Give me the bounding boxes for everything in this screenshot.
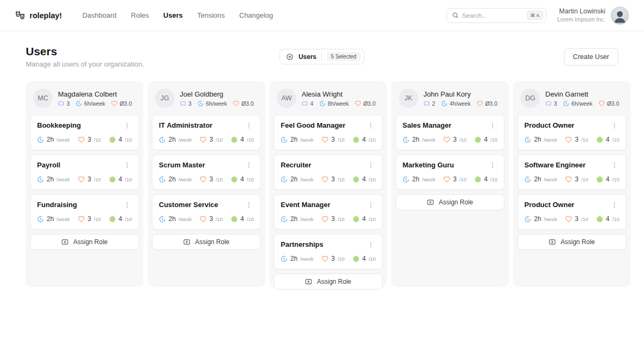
user-name: Devin Garnett (545, 90, 619, 98)
role-title: Payroll (37, 161, 60, 169)
create-user-button[interactable]: Create User (564, 48, 618, 65)
kebab-menu-icon[interactable]: ⋮ (610, 161, 619, 170)
role-card[interactable]: Scrum Master ⋮ 2h/week 3/10 (152, 155, 261, 190)
heart-icon (78, 176, 85, 183)
role-love-stat: 3/10 (321, 136, 345, 143)
page-header: Users Manage all users of your organizat… (0, 31, 644, 77)
target-icon (474, 176, 481, 183)
role-fit-stat: 4/10 (353, 175, 376, 183)
user-column: JG Joel Goldberg 3 (148, 81, 265, 287)
clock-icon (37, 136, 44, 143)
assign-role-button[interactable]: Assign Role (396, 194, 504, 210)
clock-icon (159, 176, 166, 183)
user-initials-avatar: DG (521, 89, 540, 108)
clock-icon (524, 136, 531, 143)
assign-role-button[interactable]: Assign Role (274, 274, 383, 290)
nav-item-users[interactable]: Users (163, 11, 182, 19)
role-card[interactable]: Product Owner ⋮ 2h/week 3/10 (517, 115, 626, 150)
user-average: Ø3.0 (355, 100, 376, 107)
role-fit-stat: 4/10 (353, 215, 376, 223)
role-time-stat: 2h/week (159, 215, 192, 223)
assign-role-button[interactable]: Assign Role (517, 234, 626, 250)
selection-pill[interactable]: Users 5 Selected (280, 49, 364, 64)
role-fit-stat: 4/10 (353, 255, 376, 262)
kebab-menu-icon[interactable]: ⋮ (366, 240, 376, 249)
nav-item-tensions[interactable]: Tensions (197, 11, 224, 19)
role-card[interactable]: IT Administrator ⋮ 2h/week 3/10 (152, 115, 261, 150)
account-menu[interactable]: Martin Lowinski Lorem Impsum Inc. (557, 6, 629, 25)
clock-icon (524, 216, 531, 223)
heart-icon (321, 136, 328, 143)
role-time-stat: 2h/week (37, 215, 70, 223)
role-time-stat: 2h/week (402, 175, 435, 183)
kebab-menu-icon[interactable]: ⋮ (122, 161, 132, 170)
user-column-header: JK John Paul Kory 2 (396, 85, 504, 115)
heart-icon (200, 136, 207, 143)
role-time-stat: 2h/week (524, 215, 557, 223)
heart-icon (78, 216, 85, 223)
assign-role-button[interactable]: Assign Role (152, 234, 261, 250)
role-love-stat: 3/10 (565, 215, 588, 223)
role-card[interactable]: Fundraising ⋮ 2h/week 3/10 (30, 194, 139, 230)
user-column: AW Alesia Wright 4 (269, 81, 387, 287)
role-card[interactable]: Customer Service ⋮ 2h/week 3/10 (152, 194, 261, 230)
kebab-menu-icon[interactable]: ⋮ (366, 161, 376, 170)
role-title: Event Manager (281, 201, 330, 209)
target-icon (353, 176, 360, 183)
kebab-menu-icon[interactable]: ⋮ (244, 201, 254, 209)
role-card[interactable]: Sales Manager ⋮ 2h/week 3/10 (396, 115, 504, 150)
kebab-menu-icon[interactable]: ⋮ (244, 121, 254, 130)
search-input[interactable] (462, 12, 524, 19)
role-card[interactable]: Bookkeeping ⋮ 2h/week 3/10 (30, 115, 139, 150)
role-card-icon (423, 100, 430, 107)
kebab-menu-icon[interactable]: ⋮ (610, 201, 619, 209)
heart-icon (321, 255, 328, 262)
avatar[interactable] (611, 6, 629, 25)
user-roles-count: 3 (58, 100, 70, 107)
assign-role-button[interactable]: Assign Role (30, 234, 139, 250)
role-time-stat: 2h/week (281, 255, 313, 262)
circle-plus-icon (286, 53, 294, 61)
brand-logo[interactable]: roleplay! (15, 10, 62, 20)
role-card[interactable]: Payroll ⋮ 2h/week 3/10 (30, 155, 139, 190)
role-card[interactable]: Recruiter ⋮ 2h/week 3/10 (274, 155, 383, 190)
role-love-stat: 3/10 (200, 175, 223, 183)
role-love-stat: 3/10 (200, 215, 223, 223)
role-title: Scrum Master (159, 161, 205, 169)
user-name: John Paul Kory (423, 90, 497, 98)
role-card[interactable]: Marketing Guru ⋮ 2h/week 3/10 (396, 155, 504, 190)
kebab-menu-icon[interactable]: ⋮ (122, 121, 132, 130)
assign-card-icon (183, 238, 191, 246)
user-hours: 8h/week (319, 100, 349, 107)
clock-icon (281, 255, 288, 262)
target-icon (474, 136, 481, 143)
kebab-menu-icon[interactable]: ⋮ (244, 161, 254, 170)
role-card[interactable]: Partnerships ⋮ 2h/week 3/10 (274, 234, 383, 269)
user-column: JK John Paul Kory 2 (391, 81, 509, 287)
role-card[interactable]: Product Owner ⋮ 2h/week 3/10 (517, 194, 626, 230)
role-love-stat: 3/10 (200, 136, 223, 143)
role-card[interactable]: Event Manager ⋮ 2h/week 3/10 (274, 194, 383, 230)
kebab-menu-icon[interactable]: ⋮ (366, 121, 376, 130)
target-icon (353, 216, 360, 223)
target-icon (596, 176, 603, 183)
selection-label: Users (298, 53, 316, 61)
nav-item-dashboard[interactable]: Dashboard (82, 11, 116, 19)
selected-count-badge: 5 Selected (327, 52, 361, 61)
role-time-stat: 2h/week (37, 175, 70, 183)
role-time-stat: 2h/week (159, 136, 192, 143)
kebab-menu-icon[interactable]: ⋮ (366, 201, 376, 209)
kebab-menu-icon[interactable]: ⋮ (488, 161, 497, 170)
kebab-menu-icon[interactable]: ⋮ (488, 121, 497, 130)
heart-icon (321, 176, 328, 183)
role-card[interactable]: Feel Good Manager ⋮ 2h/week 3/10 (274, 115, 383, 150)
kebab-menu-icon[interactable]: ⋮ (122, 201, 132, 209)
search-box[interactable]: ⌘ K (447, 8, 546, 23)
board: MC Magdalena Colbert 3 (0, 81, 644, 287)
kebab-menu-icon[interactable]: ⋮ (610, 121, 619, 130)
nav-item-changelog[interactable]: Changelog (239, 11, 273, 19)
nav-item-roles[interactable]: Roles (131, 11, 149, 19)
role-fit-stat: 4/10 (596, 215, 619, 223)
role-card[interactable]: Software Engineer ⋮ 2h/week 3/10 (517, 155, 626, 190)
assign-card-icon (61, 238, 69, 246)
